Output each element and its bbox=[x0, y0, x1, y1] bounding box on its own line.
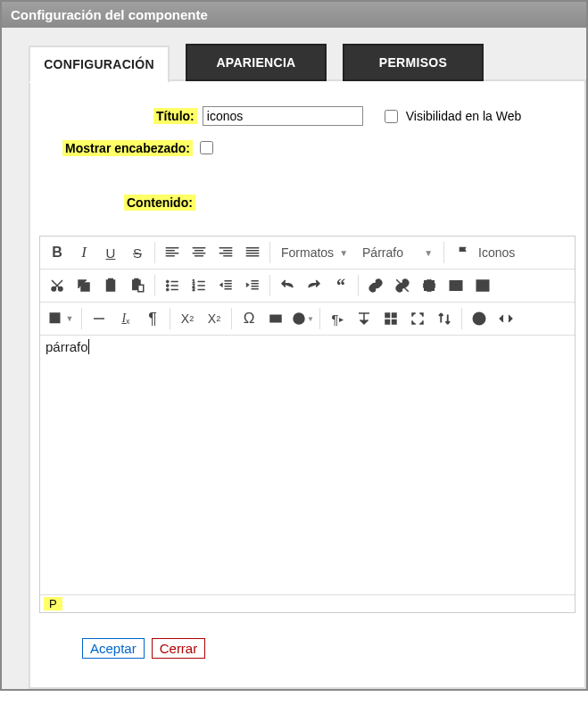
tabs: CONFIGURACIÓN APARIENCIA PERMISOS bbox=[29, 44, 586, 81]
svg-point-20 bbox=[275, 318, 277, 320]
fullscreen-button[interactable] bbox=[404, 305, 431, 332]
checkbox-vis-web-wrap[interactable]: Visibilidad en la Web bbox=[381, 107, 521, 126]
unlink-button[interactable] bbox=[389, 272, 416, 299]
image-button[interactable] bbox=[469, 272, 496, 299]
editor-toolbar-3: ▼ Ix ¶ X2 X2 Ω bbox=[40, 303, 575, 336]
numbered-list-button[interactable]: 123 bbox=[186, 272, 212, 299]
editor-toolbar-2: 123 “ bbox=[40, 270, 575, 303]
row-mostrar-encabezado: Mostrar encabezado: bbox=[62, 138, 576, 157]
dialog-titlebar: Configuración del componente bbox=[2, 2, 586, 28]
paste-text-button[interactable] bbox=[124, 272, 151, 299]
align-justify-button[interactable] bbox=[239, 239, 266, 266]
label-vis-web: Visibilidad en la Web bbox=[406, 109, 521, 123]
svg-point-10 bbox=[166, 288, 169, 291]
align-right-button[interactable] bbox=[212, 239, 239, 266]
show-invisibles-button[interactable]: ¶ bbox=[139, 305, 166, 332]
dialog: Configuración del componente CONFIGURACI… bbox=[0, 0, 588, 691]
iconos-button[interactable]: Iconos bbox=[448, 239, 524, 266]
editor-content[interactable]: párrafo bbox=[40, 336, 575, 594]
bold-button[interactable]: B bbox=[44, 239, 70, 266]
find-replace-button[interactable] bbox=[431, 305, 458, 332]
strikethrough-button[interactable]: S bbox=[124, 239, 151, 266]
table-button[interactable]: ▼ bbox=[44, 305, 78, 332]
source-code-button[interactable] bbox=[493, 305, 519, 332]
tab-permisos[interactable]: PERMISOS bbox=[343, 44, 484, 81]
link-button[interactable] bbox=[362, 272, 389, 299]
label-titulo: Título: bbox=[153, 108, 197, 124]
paragraph-dropdown[interactable]: Párrafo▼ bbox=[355, 239, 440, 266]
svg-rect-7 bbox=[138, 285, 144, 292]
align-left-button[interactable] bbox=[159, 239, 186, 266]
hr-button[interactable] bbox=[86, 305, 112, 332]
panel-configuracion: Título: Visibilidad en la Web Mostrar en… bbox=[29, 79, 586, 689]
datetime-button[interactable]: ▼ bbox=[289, 305, 316, 332]
align-center-button[interactable] bbox=[186, 239, 212, 266]
nbsp-button[interactable] bbox=[262, 305, 289, 332]
svg-rect-4 bbox=[109, 279, 113, 282]
label-mostrar-encabezado: Mostrar encabezado: bbox=[62, 140, 193, 156]
formats-dropdown[interactable]: Formatos▼ bbox=[274, 239, 355, 266]
rich-text-editor: B I U S Formatos▼ bbox=[39, 236, 576, 613]
editor-text: párrafo bbox=[46, 339, 88, 354]
rtl-button[interactable] bbox=[351, 305, 377, 332]
cerrar-button[interactable]: Cerrar bbox=[152, 638, 206, 659]
checkbox-vis-web[interactable] bbox=[385, 110, 398, 123]
editor-toolbar-1: B I U S Formatos▼ bbox=[40, 237, 575, 270]
copy-button[interactable] bbox=[70, 272, 97, 299]
svg-text:3: 3 bbox=[193, 286, 195, 292]
tabs-area: CONFIGURACIÓN APARIENCIA PERMISOS Título… bbox=[2, 28, 586, 689]
svg-rect-6 bbox=[135, 279, 138, 282]
checkbox-mostrar-encabezado[interactable] bbox=[200, 141, 213, 154]
subscript-button[interactable]: X2 bbox=[174, 305, 201, 332]
undo-button[interactable] bbox=[274, 272, 301, 299]
paste-button[interactable] bbox=[97, 272, 124, 299]
svg-point-8 bbox=[166, 280, 169, 283]
editor-path[interactable]: P bbox=[44, 597, 62, 610]
svg-rect-18 bbox=[50, 313, 60, 323]
dialog-title: Configuración del componente bbox=[11, 7, 208, 22]
underline-button[interactable]: U bbox=[97, 239, 124, 266]
editor-statusbar: P bbox=[40, 594, 575, 612]
superscript-button[interactable]: X2 bbox=[201, 305, 228, 332]
svg-point-9 bbox=[166, 285, 169, 287]
row-titulo: Título: Visibilidad en la Web bbox=[39, 106, 576, 126]
ltr-button[interactable]: ¶▸ bbox=[324, 305, 351, 332]
row-contenido: Contenido: bbox=[124, 195, 576, 211]
input-titulo[interactable] bbox=[203, 106, 363, 126]
outdent-button[interactable] bbox=[212, 272, 239, 299]
bullet-list-button[interactable] bbox=[159, 272, 186, 299]
anchor-button[interactable] bbox=[416, 272, 443, 299]
media-button[interactable] bbox=[443, 272, 469, 299]
blockquote-button[interactable]: “ bbox=[327, 272, 354, 299]
pagebreak-button[interactable] bbox=[377, 305, 404, 332]
tab-configuracion[interactable]: CONFIGURACIÓN bbox=[29, 46, 170, 83]
clear-format-button[interactable]: Ix bbox=[112, 305, 139, 332]
aceptar-button[interactable]: Aceptar bbox=[82, 638, 145, 659]
help-button[interactable] bbox=[466, 305, 493, 332]
label-contenido: Contenido: bbox=[124, 195, 195, 211]
tab-apariencia[interactable]: APARIENCIA bbox=[186, 44, 327, 81]
dialog-buttons: Aceptar Cerrar bbox=[82, 638, 576, 659]
indent-button[interactable] bbox=[239, 272, 266, 299]
special-char-button[interactable]: Ω bbox=[236, 305, 262, 332]
cut-button[interactable] bbox=[44, 272, 70, 299]
italic-button[interactable]: I bbox=[70, 239, 97, 266]
redo-button[interactable] bbox=[301, 272, 327, 299]
flag-icon bbox=[457, 245, 471, 261]
